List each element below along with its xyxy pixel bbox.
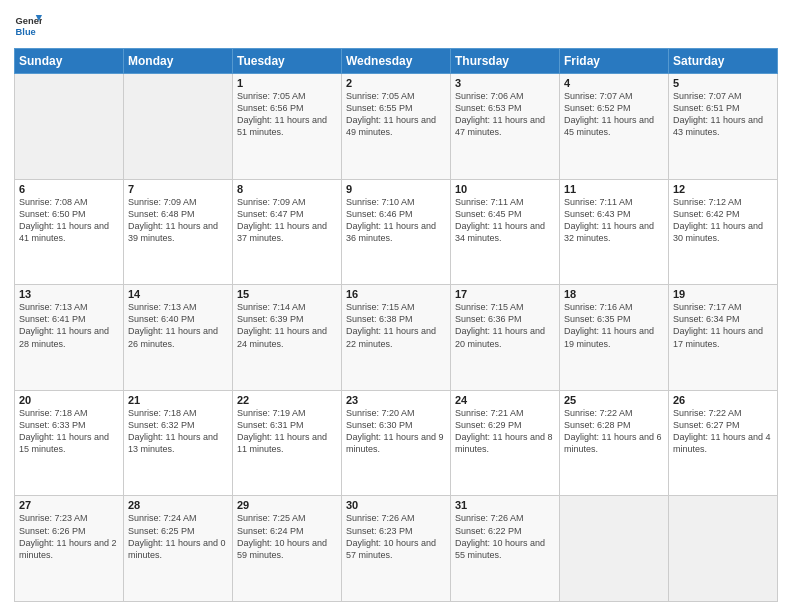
calendar-cell: 22Sunrise: 7:19 AM Sunset: 6:31 PM Dayli… <box>233 390 342 496</box>
calendar-cell: 19Sunrise: 7:17 AM Sunset: 6:34 PM Dayli… <box>669 285 778 391</box>
calendar-cell: 15Sunrise: 7:14 AM Sunset: 6:39 PM Dayli… <box>233 285 342 391</box>
calendar-cell <box>124 74 233 180</box>
calendar-cell: 30Sunrise: 7:26 AM Sunset: 6:23 PM Dayli… <box>342 496 451 602</box>
day-info: Sunrise: 7:16 AM Sunset: 6:35 PM Dayligh… <box>564 301 664 350</box>
day-info: Sunrise: 7:24 AM Sunset: 6:25 PM Dayligh… <box>128 512 228 561</box>
calendar-cell: 8Sunrise: 7:09 AM Sunset: 6:47 PM Daylig… <box>233 179 342 285</box>
weekday-header-cell: Friday <box>560 49 669 74</box>
weekday-header-row: SundayMondayTuesdayWednesdayThursdayFrid… <box>15 49 778 74</box>
day-info: Sunrise: 7:18 AM Sunset: 6:33 PM Dayligh… <box>19 407 119 456</box>
calendar-cell: 21Sunrise: 7:18 AM Sunset: 6:32 PM Dayli… <box>124 390 233 496</box>
calendar-cell: 16Sunrise: 7:15 AM Sunset: 6:38 PM Dayli… <box>342 285 451 391</box>
day-number: 27 <box>19 499 119 511</box>
day-number: 31 <box>455 499 555 511</box>
day-number: 22 <box>237 394 337 406</box>
calendar-cell: 31Sunrise: 7:26 AM Sunset: 6:22 PM Dayli… <box>451 496 560 602</box>
day-number: 19 <box>673 288 773 300</box>
day-info: Sunrise: 7:13 AM Sunset: 6:40 PM Dayligh… <box>128 301 228 350</box>
weekday-header-cell: Monday <box>124 49 233 74</box>
calendar-cell: 29Sunrise: 7:25 AM Sunset: 6:24 PM Dayli… <box>233 496 342 602</box>
day-number: 1 <box>237 77 337 89</box>
day-number: 24 <box>455 394 555 406</box>
calendar-cell: 7Sunrise: 7:09 AM Sunset: 6:48 PM Daylig… <box>124 179 233 285</box>
weekday-header-cell: Saturday <box>669 49 778 74</box>
day-info: Sunrise: 7:22 AM Sunset: 6:28 PM Dayligh… <box>564 407 664 456</box>
day-info: Sunrise: 7:07 AM Sunset: 6:52 PM Dayligh… <box>564 90 664 139</box>
day-info: Sunrise: 7:17 AM Sunset: 6:34 PM Dayligh… <box>673 301 773 350</box>
calendar-cell: 9Sunrise: 7:10 AM Sunset: 6:46 PM Daylig… <box>342 179 451 285</box>
calendar-cell: 25Sunrise: 7:22 AM Sunset: 6:28 PM Dayli… <box>560 390 669 496</box>
calendar-cell <box>15 74 124 180</box>
day-number: 7 <box>128 183 228 195</box>
calendar-cell: 18Sunrise: 7:16 AM Sunset: 6:35 PM Dayli… <box>560 285 669 391</box>
calendar-week-row: 6Sunrise: 7:08 AM Sunset: 6:50 PM Daylig… <box>15 179 778 285</box>
calendar-cell: 4Sunrise: 7:07 AM Sunset: 6:52 PM Daylig… <box>560 74 669 180</box>
day-info: Sunrise: 7:19 AM Sunset: 6:31 PM Dayligh… <box>237 407 337 456</box>
day-info: Sunrise: 7:26 AM Sunset: 6:23 PM Dayligh… <box>346 512 446 561</box>
day-info: Sunrise: 7:13 AM Sunset: 6:41 PM Dayligh… <box>19 301 119 350</box>
day-info: Sunrise: 7:23 AM Sunset: 6:26 PM Dayligh… <box>19 512 119 561</box>
day-number: 11 <box>564 183 664 195</box>
calendar-cell: 2Sunrise: 7:05 AM Sunset: 6:55 PM Daylig… <box>342 74 451 180</box>
calendar-body: 1Sunrise: 7:05 AM Sunset: 6:56 PM Daylig… <box>15 74 778 602</box>
day-number: 28 <box>128 499 228 511</box>
calendar-week-row: 13Sunrise: 7:13 AM Sunset: 6:41 PM Dayli… <box>15 285 778 391</box>
day-number: 3 <box>455 77 555 89</box>
calendar-week-row: 20Sunrise: 7:18 AM Sunset: 6:33 PM Dayli… <box>15 390 778 496</box>
calendar-cell: 5Sunrise: 7:07 AM Sunset: 6:51 PM Daylig… <box>669 74 778 180</box>
day-number: 26 <box>673 394 773 406</box>
day-number: 25 <box>564 394 664 406</box>
calendar-cell: 26Sunrise: 7:22 AM Sunset: 6:27 PM Dayli… <box>669 390 778 496</box>
day-number: 2 <box>346 77 446 89</box>
calendar-cell: 12Sunrise: 7:12 AM Sunset: 6:42 PM Dayli… <box>669 179 778 285</box>
day-info: Sunrise: 7:05 AM Sunset: 6:56 PM Dayligh… <box>237 90 337 139</box>
day-number: 21 <box>128 394 228 406</box>
day-info: Sunrise: 7:10 AM Sunset: 6:46 PM Dayligh… <box>346 196 446 245</box>
weekday-header-cell: Tuesday <box>233 49 342 74</box>
day-number: 18 <box>564 288 664 300</box>
day-number: 8 <box>237 183 337 195</box>
day-number: 17 <box>455 288 555 300</box>
header: General Blue <box>14 12 778 40</box>
day-info: Sunrise: 7:15 AM Sunset: 6:38 PM Dayligh… <box>346 301 446 350</box>
day-number: 10 <box>455 183 555 195</box>
day-info: Sunrise: 7:11 AM Sunset: 6:45 PM Dayligh… <box>455 196 555 245</box>
calendar-cell: 23Sunrise: 7:20 AM Sunset: 6:30 PM Dayli… <box>342 390 451 496</box>
calendar-cell: 10Sunrise: 7:11 AM Sunset: 6:45 PM Dayli… <box>451 179 560 285</box>
calendar-cell: 13Sunrise: 7:13 AM Sunset: 6:41 PM Dayli… <box>15 285 124 391</box>
day-info: Sunrise: 7:12 AM Sunset: 6:42 PM Dayligh… <box>673 196 773 245</box>
calendar-cell: 27Sunrise: 7:23 AM Sunset: 6:26 PM Dayli… <box>15 496 124 602</box>
weekday-header-cell: Wednesday <box>342 49 451 74</box>
calendar-cell: 1Sunrise: 7:05 AM Sunset: 6:56 PM Daylig… <box>233 74 342 180</box>
day-number: 5 <box>673 77 773 89</box>
day-info: Sunrise: 7:21 AM Sunset: 6:29 PM Dayligh… <box>455 407 555 456</box>
logo-icon: General Blue <box>14 12 42 40</box>
day-info: Sunrise: 7:07 AM Sunset: 6:51 PM Dayligh… <box>673 90 773 139</box>
day-number: 12 <box>673 183 773 195</box>
calendar-week-row: 1Sunrise: 7:05 AM Sunset: 6:56 PM Daylig… <box>15 74 778 180</box>
weekday-header-cell: Thursday <box>451 49 560 74</box>
calendar-cell: 6Sunrise: 7:08 AM Sunset: 6:50 PM Daylig… <box>15 179 124 285</box>
calendar-week-row: 27Sunrise: 7:23 AM Sunset: 6:26 PM Dayli… <box>15 496 778 602</box>
calendar-cell: 24Sunrise: 7:21 AM Sunset: 6:29 PM Dayli… <box>451 390 560 496</box>
day-info: Sunrise: 7:08 AM Sunset: 6:50 PM Dayligh… <box>19 196 119 245</box>
day-number: 15 <box>237 288 337 300</box>
day-info: Sunrise: 7:15 AM Sunset: 6:36 PM Dayligh… <box>455 301 555 350</box>
calendar-cell: 20Sunrise: 7:18 AM Sunset: 6:33 PM Dayli… <box>15 390 124 496</box>
day-number: 4 <box>564 77 664 89</box>
svg-text:Blue: Blue <box>16 27 36 37</box>
day-info: Sunrise: 7:25 AM Sunset: 6:24 PM Dayligh… <box>237 512 337 561</box>
calendar-cell: 11Sunrise: 7:11 AM Sunset: 6:43 PM Dayli… <box>560 179 669 285</box>
day-info: Sunrise: 7:22 AM Sunset: 6:27 PM Dayligh… <box>673 407 773 456</box>
calendar-cell: 3Sunrise: 7:06 AM Sunset: 6:53 PM Daylig… <box>451 74 560 180</box>
day-info: Sunrise: 7:06 AM Sunset: 6:53 PM Dayligh… <box>455 90 555 139</box>
calendar-cell: 17Sunrise: 7:15 AM Sunset: 6:36 PM Dayli… <box>451 285 560 391</box>
logo: General Blue <box>14 12 42 40</box>
calendar-cell: 14Sunrise: 7:13 AM Sunset: 6:40 PM Dayli… <box>124 285 233 391</box>
day-info: Sunrise: 7:26 AM Sunset: 6:22 PM Dayligh… <box>455 512 555 561</box>
day-info: Sunrise: 7:09 AM Sunset: 6:48 PM Dayligh… <box>128 196 228 245</box>
day-number: 23 <box>346 394 446 406</box>
day-info: Sunrise: 7:20 AM Sunset: 6:30 PM Dayligh… <box>346 407 446 456</box>
calendar-table: SundayMondayTuesdayWednesdayThursdayFrid… <box>14 48 778 602</box>
calendar-cell: 28Sunrise: 7:24 AM Sunset: 6:25 PM Dayli… <box>124 496 233 602</box>
